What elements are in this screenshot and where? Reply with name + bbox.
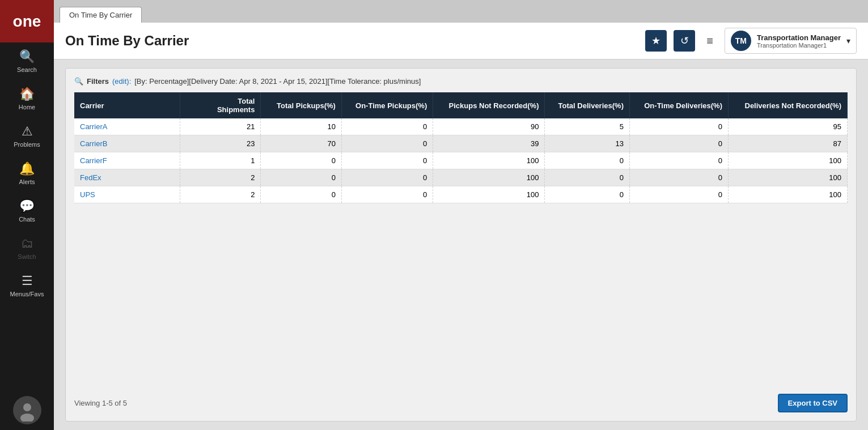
cell-total-deliveries: 5 <box>545 118 629 135</box>
home-icon: 🏠 <box>19 87 35 101</box>
cell-total-shipments: 2 <box>180 169 261 186</box>
cell-on-time-deliveries: 0 <box>629 118 728 135</box>
chat-icon: 💬 <box>19 199 35 214</box>
cell-total-shipments: 23 <box>180 135 261 152</box>
cell-deliveries-not-recorded: 100 <box>729 169 848 186</box>
filter-text: [By: Percentage][Delivery Date: Apr 8, 2… <box>134 77 421 86</box>
cell-total-shipments: 21 <box>180 118 261 135</box>
chevron-down-icon: ▾ <box>846 36 850 45</box>
table-row: UPS 2 0 0 100 0 0 100 <box>74 186 848 203</box>
user-avatar: TM <box>731 31 751 51</box>
sidebar-item-problems[interactable]: ⚠ Problems <box>0 117 54 155</box>
cell-on-time-deliveries: 0 <box>629 169 728 186</box>
header-actions: ★ ↺ ≡ TM Transportation Manager Transpor… <box>645 28 857 54</box>
sidebar-item-home[interactable]: 🏠 Home <box>0 80 54 117</box>
report-table: Carrier TotalShipments Total Pickups(%) … <box>74 92 848 203</box>
cell-on-time-pickups: 0 <box>341 152 433 169</box>
cell-deliveries-not-recorded: 100 <box>729 152 848 169</box>
cell-on-time-pickups: 0 <box>341 135 433 152</box>
sidebar-item-switch: 🗂 Switch <box>0 229 54 267</box>
sidebar-item-chats[interactable]: 💬 Chats <box>0 192 54 229</box>
col-total-pickups: Total Pickups(%) <box>261 92 342 118</box>
sidebar-label-home: Home <box>19 104 35 110</box>
warning-icon: ⚠ <box>22 124 33 139</box>
cell-pickups-not-recorded: 100 <box>433 186 545 203</box>
report-card: 🔍 Filters (edit): [By: Percentage][Deliv… <box>65 68 857 422</box>
hamburger-icon: ≡ <box>706 35 713 47</box>
sidebar-item-menus[interactable]: ☰ Menus/Favs <box>0 267 54 304</box>
cell-total-pickups: 10 <box>261 118 342 135</box>
refresh-icon: ↺ <box>680 35 689 47</box>
table-row: CarrierF 1 0 0 100 0 0 100 <box>74 152 848 169</box>
header-bar: On Time By Carrier ★ ↺ ≡ TM Transportati… <box>54 23 868 59</box>
sidebar-label-search: Search <box>17 66 37 73</box>
cell-on-time-deliveries: 0 <box>629 186 728 203</box>
page-body: 🔍 Filters (edit): [By: Percentage][Deliv… <box>54 59 868 430</box>
refresh-button[interactable]: ↺ <box>674 30 695 52</box>
cell-on-time-deliveries: 0 <box>629 152 728 169</box>
user-name: Transportation Manager <box>757 33 841 42</box>
table-row: CarrierB 23 70 0 39 13 0 87 <box>74 135 848 152</box>
table-body: CarrierA 21 10 0 90 5 0 95 CarrierB 23 7… <box>74 118 848 203</box>
cell-deliveries-not-recorded: 100 <box>729 186 848 203</box>
favorite-button[interactable]: ★ <box>645 30 667 52</box>
switch-icon: 🗂 <box>21 236 33 251</box>
search-icon: 🔍 <box>19 49 35 64</box>
page-title: On Time By Carrier <box>65 33 189 49</box>
cell-deliveries-not-recorded: 95 <box>729 118 848 135</box>
filter-icon: 🔍 <box>74 77 83 86</box>
col-carrier: Carrier <box>74 92 180 118</box>
col-on-time-pickups: On-Time Pickups(%) <box>341 92 433 118</box>
sidebar-item-alerts[interactable]: 🔔 Alerts <box>0 155 54 192</box>
cell-carrier[interactable]: UPS <box>74 186 180 203</box>
cell-total-pickups: 0 <box>261 152 342 169</box>
sidebar: one 🔍 Search 🏠 Home ⚠ Problems 🔔 Alerts … <box>0 0 54 430</box>
cell-carrier[interactable]: CarrierF <box>74 152 180 169</box>
tab-on-time-by-carrier[interactable]: On Time By Carrier <box>60 7 142 23</box>
sidebar-label-alerts: Alerts <box>19 178 35 185</box>
main-content: On Time By Carrier On Time By Carrier ★ … <box>54 0 868 430</box>
filter-label: Filters <box>87 77 109 86</box>
bell-icon: 🔔 <box>19 161 35 176</box>
sidebar-label-chats: Chats <box>19 216 35 223</box>
sidebar-item-search[interactable]: 🔍 Search <box>0 42 54 80</box>
col-deliveries-not-recorded: Deliveries Not Recorded(%) <box>729 92 848 118</box>
app-logo[interactable]: one <box>0 0 54 42</box>
cell-on-time-pickups: 0 <box>341 118 433 135</box>
cell-pickups-not-recorded: 100 <box>433 169 545 186</box>
filter-edit-link[interactable]: (edit): <box>112 77 131 86</box>
cell-pickups-not-recorded: 39 <box>433 135 545 152</box>
menu-icon: ☰ <box>22 274 33 288</box>
cell-carrier[interactable]: FedEx <box>74 169 180 186</box>
cell-total-deliveries: 13 <box>545 135 629 152</box>
cell-deliveries-not-recorded: 87 <box>729 135 848 152</box>
cell-total-deliveries: 0 <box>545 186 629 203</box>
cell-on-time-pickups: 0 <box>341 169 433 186</box>
sidebar-label-switch: Switch <box>18 253 36 260</box>
filters-bar: 🔍 Filters (edit): [By: Percentage][Deliv… <box>74 77 848 86</box>
cell-total-shipments: 2 <box>180 186 261 203</box>
col-on-time-deliveries: On-Time Deliveries(%) <box>629 92 728 118</box>
user-details: Transportation Manager Transportation Ma… <box>757 33 841 49</box>
user-role: Transportation Manager1 <box>757 42 841 49</box>
table-row: FedEx 2 0 0 100 0 0 100 <box>74 169 848 186</box>
cell-total-pickups: 0 <box>261 169 342 186</box>
table-header-row: Carrier TotalShipments Total Pickups(%) … <box>74 92 848 118</box>
viewing-text: Viewing 1-5 of 5 <box>74 399 127 407</box>
cell-carrier[interactable]: CarrierB <box>74 135 180 152</box>
table-row: CarrierA 21 10 0 90 5 0 95 <box>74 118 848 135</box>
table-wrapper: Carrier TotalShipments Total Pickups(%) … <box>74 92 848 382</box>
menu-button[interactable]: ≡ <box>702 32 718 50</box>
sidebar-label-problems: Problems <box>14 141 40 148</box>
cell-pickups-not-recorded: 90 <box>433 118 545 135</box>
cell-total-deliveries: 0 <box>545 169 629 186</box>
user-info[interactable]: TM Transportation Manager Transportation… <box>725 28 857 54</box>
col-total-deliveries: Total Deliveries(%) <box>545 92 629 118</box>
cell-on-time-pickups: 0 <box>341 186 433 203</box>
avatar[interactable] <box>13 396 41 424</box>
cell-total-pickups: 70 <box>261 135 342 152</box>
tab-bar: On Time By Carrier <box>54 0 868 23</box>
cell-carrier[interactable]: CarrierA <box>74 118 180 135</box>
cell-on-time-deliveries: 0 <box>629 135 728 152</box>
export-csv-button[interactable]: Export to CSV <box>778 394 848 412</box>
